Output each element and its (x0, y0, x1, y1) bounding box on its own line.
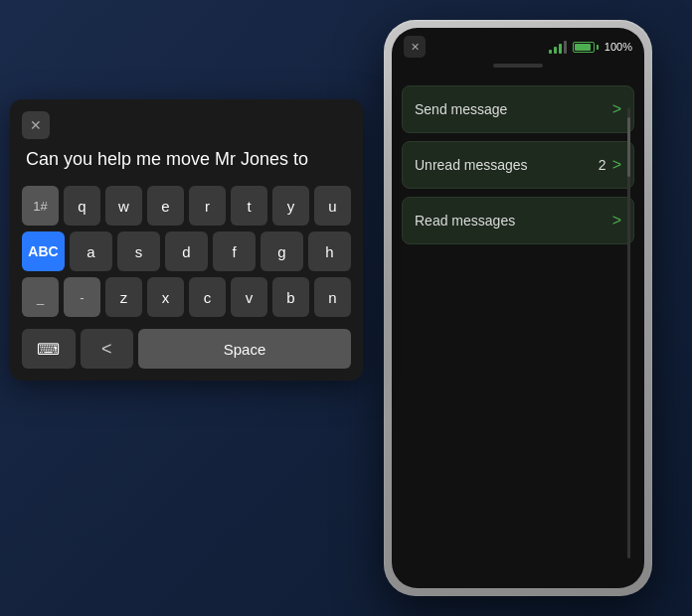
battery-fill (575, 44, 591, 51)
read-messages-chevron-icon: > (612, 212, 621, 230)
send-message-label: Send message (415, 101, 507, 117)
key-d[interactable]: d (165, 231, 208, 271)
signal-bars-icon (549, 40, 567, 54)
key-s[interactable]: s (117, 231, 160, 271)
key-b[interactable]: b (272, 277, 309, 317)
phone-menu: Send message > Unread messages 2 > Read … (392, 77, 644, 588)
keyboard-rows: 1# q w e r t y u ABC a s d f g h _ - z x… (22, 186, 351, 369)
phone-device: ✕ 100% Send message > (384, 20, 652, 596)
read-messages-right: > (612, 212, 621, 230)
space-key[interactable]: Space (138, 329, 351, 369)
phone-speaker (493, 64, 543, 68)
signal-bar-1 (549, 50, 552, 54)
key-a[interactable]: a (70, 231, 112, 271)
keyboard-text-display: Can you help me move Mr Jones to (22, 149, 351, 170)
key-r[interactable]: r (189, 186, 226, 226)
signal-bar-3 (559, 44, 562, 54)
menu-item-send-message[interactable]: Send message > (402, 85, 634, 133)
key-w[interactable]: w (105, 186, 142, 226)
phone-close-button[interactable]: ✕ (404, 36, 426, 58)
signal-bar-4 (564, 41, 567, 54)
key-underscore[interactable]: _ (22, 277, 59, 317)
key-y[interactable]: y (272, 186, 309, 226)
signal-bar-2 (554, 47, 557, 54)
unread-messages-badge: 2 (599, 157, 606, 173)
key-n[interactable]: n (314, 277, 351, 317)
key-f[interactable]: f (213, 231, 256, 271)
battery-percent: 100% (605, 41, 632, 53)
keyboard-row-3: _ - z x c v b n (22, 277, 351, 317)
phone-close-icon: ✕ (411, 41, 420, 54)
battery-tip (597, 45, 599, 50)
close-icon: ✕ (30, 117, 42, 133)
keyboard-panel: ✕ Can you help me move Mr Jones to 1# q … (10, 99, 363, 381)
send-message-right: > (612, 100, 621, 118)
unread-messages-chevron-icon: > (612, 156, 621, 174)
battery-body (573, 42, 595, 53)
send-message-chevron-icon: > (612, 100, 621, 118)
key-t[interactable]: t (231, 186, 267, 226)
key-q[interactable]: q (64, 186, 100, 226)
keyboard-close-button[interactable]: ✕ (22, 111, 50, 139)
key-c[interactable]: c (189, 277, 226, 317)
battery-icon (573, 42, 599, 53)
keyboard-icon-key[interactable]: ⌨ (22, 329, 76, 369)
phone-screen: ✕ 100% Send message > (392, 28, 644, 588)
key-h[interactable]: h (308, 231, 351, 271)
menu-item-read-messages[interactable]: Read messages > (402, 197, 634, 244)
read-messages-label: Read messages (415, 213, 515, 229)
key-x[interactable]: x (147, 277, 184, 317)
keyboard-row-1: 1# q w e r t y u (22, 186, 351, 226)
status-bar: ✕ 100% (392, 28, 644, 62)
scroll-indicator (627, 107, 630, 558)
key-z[interactable]: z (105, 277, 142, 317)
keyboard-row-2: ABC a s d f g h (22, 231, 351, 271)
key-special-1[interactable]: 1# (22, 186, 59, 226)
scroll-thumb (627, 117, 630, 177)
unread-messages-label: Unread messages (415, 157, 528, 173)
key-v[interactable]: v (231, 277, 267, 317)
key-dash[interactable]: - (64, 277, 100, 317)
menu-item-unread-messages[interactable]: Unread messages 2 > (402, 141, 634, 189)
unread-messages-right: 2 > (599, 156, 621, 174)
key-u[interactable]: u (314, 186, 351, 226)
key-g[interactable]: g (260, 231, 303, 271)
backspace-key[interactable]: < (81, 329, 134, 369)
key-abc[interactable]: ABC (22, 231, 65, 271)
key-e[interactable]: e (147, 186, 184, 226)
keyboard-bottom-row: ⌨ < Space (22, 329, 351, 369)
